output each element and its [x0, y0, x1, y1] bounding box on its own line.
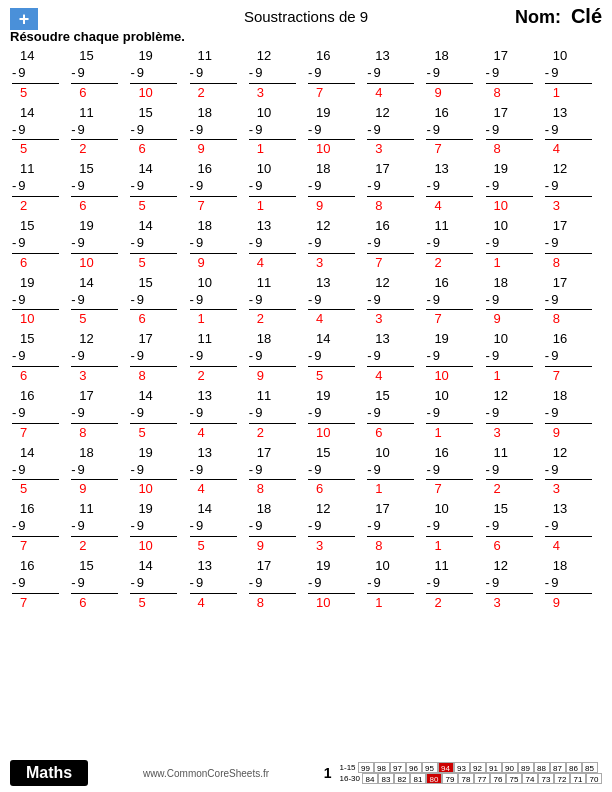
num-sub: -9	[130, 518, 144, 535]
num-sub: -9	[308, 178, 322, 195]
divider	[249, 593, 296, 594]
answer: 6	[367, 425, 382, 442]
page: Soustractions de 9 Nom: Clé Résoudre cha…	[0, 0, 612, 792]
answer: 10	[308, 595, 330, 612]
num-top: 16	[426, 105, 448, 122]
divider	[426, 139, 473, 140]
divider	[249, 196, 296, 197]
answer: 2	[426, 595, 441, 612]
num-sub: -9	[71, 348, 85, 365]
answer: 3	[308, 538, 323, 555]
num-sub: -9	[308, 292, 322, 309]
num-sub: -9	[545, 235, 559, 252]
num-sub: -9	[426, 235, 440, 252]
divider	[545, 536, 592, 537]
divider	[71, 309, 118, 310]
problem: 17-98	[484, 104, 543, 160]
num-top: 15	[367, 388, 389, 405]
problem: 12-93	[306, 500, 365, 556]
divider	[130, 479, 177, 480]
num-sub: -9	[71, 462, 85, 479]
problem: 18-99	[188, 104, 247, 160]
score-box: 91	[486, 762, 502, 773]
num-top: 10	[249, 161, 271, 178]
num-top: 16	[426, 445, 448, 462]
num-sub: -9	[426, 65, 440, 82]
problem: 12-93	[484, 387, 543, 443]
num-sub: -9	[12, 348, 26, 365]
divider	[71, 423, 118, 424]
num-sub: -9	[130, 122, 144, 139]
num-top: 10	[426, 388, 448, 405]
num-top: 11	[426, 218, 448, 235]
answer: 9	[249, 538, 264, 555]
num-sub: -9	[486, 235, 500, 252]
num-top: 19	[71, 218, 93, 235]
divider	[130, 196, 177, 197]
problem: 14-95	[128, 387, 187, 443]
num-sub: -9	[249, 405, 263, 422]
answer: 6	[71, 85, 86, 102]
num-sub: -9	[130, 348, 144, 365]
problem: 15-96	[10, 217, 69, 273]
divider	[486, 479, 533, 480]
problem: 12-93	[365, 104, 424, 160]
num-sub: -9	[249, 292, 263, 309]
problem: 10-91	[247, 160, 306, 216]
score-box: 76	[490, 773, 506, 784]
answer: 10	[130, 538, 152, 555]
answer: 5	[130, 255, 145, 272]
num-sub: -9	[367, 462, 381, 479]
divider	[249, 479, 296, 480]
num-top: 19	[426, 331, 448, 348]
divider	[130, 83, 177, 84]
num-top: 11	[71, 501, 93, 518]
answer: 4	[367, 85, 382, 102]
problem: 15-96	[306, 444, 365, 500]
answer: 7	[12, 425, 27, 442]
num-sub: -9	[545, 348, 559, 365]
num-sub: -9	[12, 65, 26, 82]
divider	[426, 479, 473, 480]
answer: 5	[190, 538, 205, 555]
logo-icon	[10, 8, 38, 30]
answer: 1	[249, 141, 264, 158]
divider	[190, 309, 237, 310]
num-sub: -9	[12, 235, 26, 252]
divider	[545, 196, 592, 197]
problem: 14-95	[306, 330, 365, 386]
divider	[367, 139, 414, 140]
num-top: 13	[308, 275, 330, 292]
problem: 10-91	[543, 47, 602, 103]
num-sub: -9	[190, 462, 204, 479]
problem: 10-91	[247, 104, 306, 160]
divider	[12, 139, 59, 140]
answer: 7	[308, 85, 323, 102]
problem: 19-910	[69, 217, 128, 273]
score-box: 80	[426, 773, 442, 784]
answer: 8	[486, 141, 501, 158]
answer: 4	[545, 538, 560, 555]
answer: 10	[130, 85, 152, 102]
problem: 14-95	[128, 557, 187, 613]
problem: 17-98	[69, 387, 128, 443]
num-sub: -9	[367, 178, 381, 195]
divider	[367, 196, 414, 197]
answer: 10	[308, 141, 330, 158]
problem: 17-98	[543, 217, 602, 273]
answer: 8	[545, 311, 560, 328]
score-box: 94	[438, 762, 454, 773]
num-sub: -9	[486, 405, 500, 422]
num-sub: -9	[190, 348, 204, 365]
answer: 4	[190, 425, 205, 442]
answer: 10	[130, 481, 152, 498]
problem: 12-93	[543, 444, 602, 500]
problem: 12-93	[543, 160, 602, 216]
num-top: 17	[486, 105, 508, 122]
problem: 19-910	[128, 47, 187, 103]
num-sub: -9	[426, 122, 440, 139]
problem: 10-91	[424, 500, 483, 556]
divider	[545, 83, 592, 84]
problem: 16-97	[424, 444, 483, 500]
answer: 8	[249, 481, 264, 498]
